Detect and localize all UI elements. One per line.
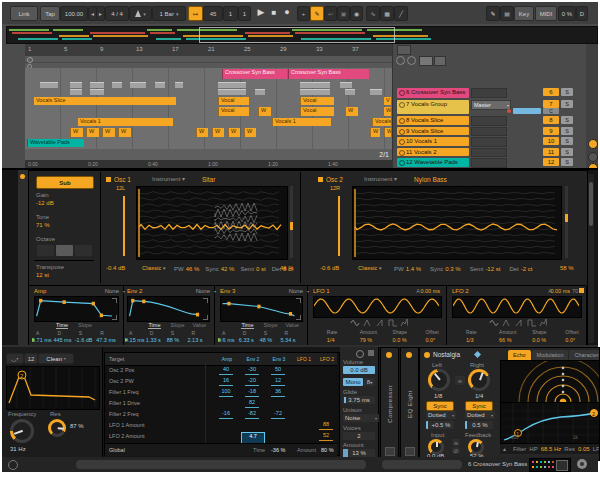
octave-mid-button[interactable] — [55, 244, 74, 257]
draw-mode-button[interactable]: ∿ — [366, 6, 380, 21]
solo-tile[interactable]: S — [561, 137, 573, 145]
help-icon[interactable] — [8, 460, 18, 470]
transpose-value[interactable]: 12 st — [36, 272, 49, 279]
selected-track-name[interactable]: 6 Crossover Syn Bass — [468, 461, 527, 468]
osc2-position-value[interactable]: 58 % — [560, 265, 574, 272]
arrangement-clip[interactable]: Vocals Slice — [33, 97, 176, 106]
voices-value[interactable]: 2 — [343, 432, 375, 440]
envelope-tab[interactable]: Slope — [78, 322, 92, 328]
triangle-icon[interactable]: ▲ — [502, 446, 507, 452]
matrix-column-header[interactable]: LFO 1 — [294, 356, 314, 362]
lfo-attack-value[interactable]: 0.00 ms — [420, 288, 440, 294]
matrix-cell[interactable]: -18 — [241, 388, 263, 398]
nudge-up-button[interactable]: ► — [96, 6, 105, 21]
arrangement-clip[interactable]: W — [102, 128, 115, 137]
param-value[interactable]: 0 st — [256, 266, 266, 273]
osc2-gain-slider[interactable] — [338, 196, 340, 256]
matrix-row-label[interactable]: Osc 2 PW — [109, 378, 134, 384]
matrix-row-label[interactable]: Osc 2 Pos — [109, 367, 134, 373]
param-value[interactable]: 1.4 % — [406, 266, 421, 273]
tempo-field[interactable]: 100.00 — [60, 6, 88, 21]
param-value[interactable]: 0.3 % — [445, 266, 460, 273]
matrix-cell[interactable]: 40 — [215, 366, 237, 376]
arrangement-clip[interactable]: W — [212, 128, 224, 137]
lfo-param-value[interactable]: 79 % — [360, 337, 373, 343]
follow-actions-button[interactable]: ▦ — [380, 6, 394, 21]
left-sync-button[interactable]: Sync — [426, 401, 454, 411]
quantize-menu[interactable]: 1 Bar ▾ — [152, 6, 186, 21]
osc-param[interactable]: Det8 ct — [272, 266, 293, 273]
adsr-value[interactable]: 1.33 s — [146, 337, 161, 343]
adsr-value[interactable]: 2.13 s — [188, 337, 203, 343]
lfo-param-value[interactable]: 1/4 — [327, 337, 335, 343]
track-number-tile[interactable]: 9 — [543, 127, 559, 135]
stop-button[interactable]: ■ — [268, 6, 280, 19]
arrangement-clip[interactable]: Crossover Syn Bass — [288, 69, 369, 79]
track-name-chip[interactable]: 12 Wavetable Pads — [397, 158, 469, 167]
capture-midi-button[interactable]: ▣ — [337, 6, 350, 21]
lfo-extra-value[interactable]: 70 — [572, 288, 578, 294]
envelope-tab[interactable]: Value — [285, 322, 299, 328]
follow-button[interactable]: ↦ — [188, 6, 203, 21]
solo-tile[interactable]: S — [561, 127, 573, 135]
envelope-display[interactable] — [127, 296, 210, 322]
adsr-value[interactable]: 445 ms — [53, 337, 71, 343]
pen-button[interactable]: ✎ — [486, 6, 500, 21]
loop-length-indicator[interactable]: 2/1 — [379, 151, 389, 158]
left-delay-knob[interactable] — [428, 369, 450, 391]
matrix-row-label[interactable]: Filter 2 Freq — [109, 411, 139, 417]
track-output-circle[interactable] — [588, 139, 598, 149]
monitor-icon[interactable] — [434, 56, 446, 66]
echo-tab-modulation[interactable]: Modulation — [532, 350, 569, 360]
hot-swap-icon[interactable] — [474, 351, 481, 358]
matrix-column-header[interactable]: Amp — [217, 356, 237, 362]
left-offset-value[interactable]: +0.5 % — [426, 421, 454, 429]
lane-toggle-icon[interactable] — [396, 56, 405, 65]
preview-speaker-icon[interactable] — [577, 459, 587, 469]
matrix-cell[interactable]: -20 — [241, 377, 263, 387]
feedback-invert-button[interactable]: ∅ — [451, 446, 461, 455]
matrix-cell[interactable]: 82 — [241, 399, 263, 409]
matrix-cell[interactable]: 36 — [267, 388, 289, 398]
res-knob[interactable] — [48, 419, 66, 437]
matrix-row-label[interactable]: LFO 1 Amount — [109, 422, 144, 428]
arrangement-clip[interactable]: W — [118, 128, 131, 137]
filter-display[interactable]: 2 — [6, 366, 100, 410]
envelope-tab[interactable]: Value — [192, 322, 206, 328]
adsr-value[interactable]: -1.6 dB — [75, 337, 93, 343]
track-number-tile[interactable]: 11 — [543, 148, 559, 156]
arrangement-clip[interactable]: Vocal — [218, 107, 249, 116]
crossfade-tile[interactable]: C — [543, 108, 559, 114]
track-fader-tile[interactable] — [513, 108, 541, 114]
osc-param[interactable]: Sync42 % — [205, 266, 234, 273]
adsr-value[interactable]: 6.33 s — [239, 337, 254, 343]
envelope-assign-menu[interactable]: None ▾ — [196, 288, 210, 294]
osc1-category-menu[interactable]: Instrument ▾ — [152, 176, 185, 183]
track-name-chip[interactable]: 7 Vocals Group — [397, 100, 469, 114]
solo-tile[interactable]: S — [561, 158, 573, 166]
line-mode-button[interactable]: ╱ — [394, 6, 408, 21]
osc2-wavetable-display[interactable] — [352, 186, 562, 260]
osc1-toggle[interactable] — [106, 177, 111, 182]
track-name-chip[interactable]: 6 Crossover Syn Bass — [397, 88, 469, 98]
settings-icon[interactable] — [356, 350, 364, 358]
time-ruler[interactable]: 0:000:200:401:001:201:40 — [25, 160, 392, 168]
track-name-chip[interactable]: 8 Vocals Slice — [397, 116, 469, 125]
osc1-gain-value[interactable]: -0.4 dB — [106, 265, 125, 272]
matrix-cell[interactable]: 16 — [215, 377, 237, 387]
envelope-tab[interactable]: Slope — [170, 322, 184, 328]
envelope-tab[interactable]: Time — [148, 322, 160, 329]
track-routing-menu[interactable]: Master▾ — [471, 100, 511, 110]
arrangement-clip[interactable]: W — [86, 128, 99, 137]
osc1-table-name[interactable]: Sitar — [202, 176, 215, 183]
frequency-value[interactable]: 31 Hz — [10, 446, 26, 453]
envelope-assign-menu[interactable]: None ▾ — [105, 288, 119, 294]
arrangement-clip[interactable]: W — [370, 128, 380, 137]
param-value[interactable]: -12 st — [485, 266, 500, 273]
poly-voices-menu[interactable]: 8▾ — [364, 378, 375, 386]
unison-mode-menu[interactable]: Noise▾ — [343, 414, 379, 422]
track-number-tile[interactable]: 8 — [543, 116, 559, 124]
adsr-value[interactable]: 47.3 ms — [96, 337, 116, 343]
mono-button[interactable]: Mono — [343, 378, 363, 386]
osc2-gain-value[interactable]: -0.6 dB — [320, 265, 339, 272]
